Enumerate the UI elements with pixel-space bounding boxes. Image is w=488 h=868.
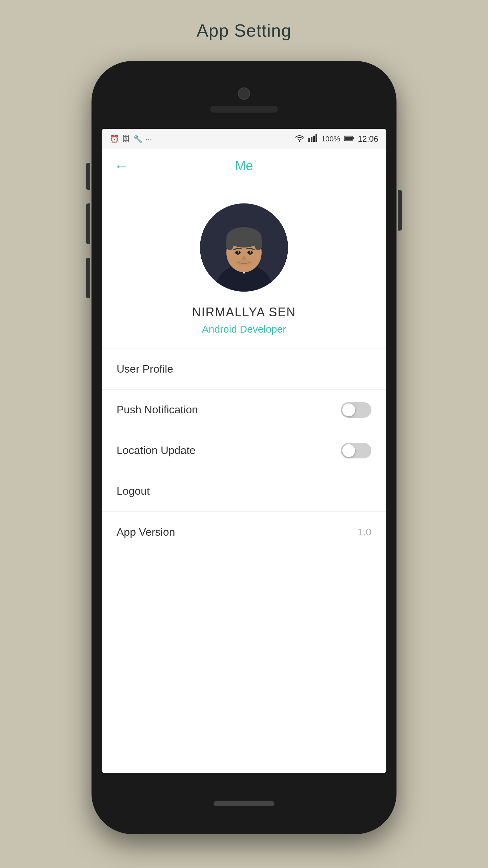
phone-bottom	[92, 773, 396, 834]
battery-percentage: 100%	[321, 135, 340, 143]
svg-rect-1	[311, 137, 312, 142]
user-role: Android Developer	[202, 323, 286, 335]
settings-item-location-update[interactable]: Location Update	[102, 430, 386, 471]
app-bar: ← Me	[102, 149, 386, 183]
svg-rect-5	[352, 137, 354, 139]
power-button	[398, 190, 402, 231]
battery-icon	[344, 135, 354, 143]
dots-icon: ···	[146, 135, 152, 143]
push-notification-toggle-thumb	[342, 403, 355, 416]
push-notification-toggle[interactable]	[341, 402, 371, 418]
svg-rect-6	[345, 136, 352, 140]
location-update-toggle-thumb	[342, 444, 355, 457]
push-notification-label: Push Notification	[117, 403, 198, 416]
svg-point-17	[247, 251, 253, 255]
user-name: NIRMALLYA SEN	[192, 305, 296, 319]
svg-point-14	[226, 237, 234, 250]
svg-point-19	[250, 251, 251, 253]
volume-down-button	[86, 258, 90, 298]
svg-rect-2	[313, 136, 315, 142]
camera-icon	[238, 87, 250, 100]
user-profile-label: User Profile	[117, 363, 173, 375]
settings-item-push-notification[interactable]: Push Notification	[102, 390, 386, 430]
svg-point-16	[235, 251, 241, 255]
wifi-icon	[295, 134, 304, 144]
app-bar-title: Me	[235, 159, 253, 173]
alarm-icon: ⏰	[110, 135, 119, 143]
home-indicator	[214, 801, 274, 806]
app-version-value: 1.0	[357, 526, 371, 538]
location-update-toggle[interactable]	[341, 443, 371, 458]
status-bar: ⏰ 🖼 🔧 ··· 100% 12:06	[102, 129, 386, 149]
phone-device: ⏰ 🖼 🔧 ··· 100% 12:06 ←	[92, 61, 396, 834]
settings-item-logout[interactable]: Logout	[102, 471, 386, 512]
speaker-grille	[210, 106, 278, 113]
gallery-icon: 🖼	[122, 135, 130, 143]
status-icons-left: ⏰ 🖼 🔧 ···	[110, 135, 152, 143]
svg-rect-3	[316, 134, 317, 142]
signal-icon	[308, 134, 317, 144]
wrench-icon: 🔧	[133, 135, 142, 143]
svg-point-15	[254, 237, 262, 250]
volume-up-button	[86, 203, 90, 244]
svg-point-20	[235, 259, 253, 266]
settings-list: User Profile Push Notification Location …	[102, 349, 386, 773]
phone-top	[92, 61, 396, 129]
avatar[interactable]	[200, 203, 288, 292]
app-version-label: App Version	[117, 526, 175, 538]
mute-button	[86, 163, 90, 190]
settings-item-user-profile[interactable]: User Profile	[102, 349, 386, 390]
settings-item-app-version: App Version 1.0	[102, 512, 386, 552]
phone-screen: ⏰ 🖼 🔧 ··· 100% 12:06 ←	[102, 129, 386, 773]
back-button[interactable]: ←	[114, 158, 129, 175]
status-time: 12:06	[358, 134, 378, 144]
page-title: App Setting	[197, 20, 291, 41]
status-icons-right: 100% 12:06	[295, 134, 378, 144]
logout-label: Logout	[117, 485, 150, 497]
svg-rect-0	[308, 138, 310, 142]
svg-point-18	[238, 251, 239, 253]
location-update-label: Location Update	[117, 444, 196, 457]
profile-section: NIRMALLYA SEN Android Developer	[102, 183, 386, 349]
